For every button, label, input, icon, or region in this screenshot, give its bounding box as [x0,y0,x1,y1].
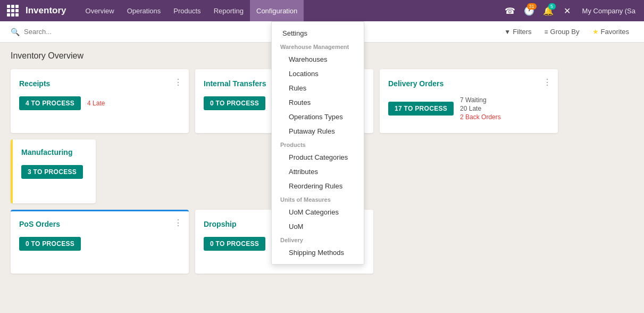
nav-overview[interactable]: Overview [79,0,121,21]
reordering-rules-item[interactable]: Reordering Rules [272,179,364,193]
dropship-process-button[interactable]: 0 TO PROCESS [204,237,265,251]
star-icon: ★ [592,28,599,36]
delivery-late: 20 Late [460,105,501,112]
pos-orders-title: PoS Orders [19,220,180,228]
uom-item[interactable]: UoM [272,219,364,234]
filter-icon: ▼ [504,28,511,36]
putaway-rules-item[interactable]: Putaway Rules [272,124,364,138]
search-icon: 🔍 [11,28,20,36]
internal-transfers-process-button[interactable]: 0 TO PROCESS [204,96,265,110]
nav-configuration[interactable]: Configuration [250,0,304,21]
delivery-back-orders: 2 Back Orders [460,113,501,121]
receipts-late: 4 Late [87,100,105,107]
delivery-section-label: Delivery [272,234,364,245]
receipts-menu[interactable]: ⋮ [174,77,182,87]
delivery-orders-process-button[interactable]: 17 TO PROCESS [388,102,454,116]
bell-button[interactable]: 🔔 5 [540,2,557,19]
filters-button[interactable]: ▼ Filters [500,26,536,38]
rules-item[interactable]: Rules [272,81,364,95]
delivery-orders-stats: 7 Waiting 20 Late 2 Back Orders [460,96,501,121]
manufacturing-card: Manufacturing 3 TO PROCESS [11,139,96,203]
delivery-orders-menu[interactable]: ⋮ [543,77,551,87]
locations-item[interactable]: Locations [272,67,364,81]
nav-menu: Overview Operations Products Reporting C… [79,0,501,21]
routes-item[interactable]: Routes [272,95,364,110]
navbar: Inventory Overview Operations Products R… [0,0,644,21]
favorites-button[interactable]: ★ Favorites [588,26,633,38]
receipts-card: ⋮ Receipts 4 TO PROCESS 4 Late [11,69,189,133]
pos-orders-card: ⋮ PoS Orders 0 TO PROCESS [11,210,189,274]
configuration-dropdown: Settings Warehouse Management Warehouses… [271,21,364,265]
nav-reporting[interactable]: Reporting [207,0,250,21]
phone-icon: ☎ [505,6,515,16]
manufacturing-process-button[interactable]: 3 TO PROCESS [21,165,83,179]
delivery-waiting: 7 Waiting [460,96,501,104]
clock-button[interactable]: 🕐 31 [521,2,538,19]
manufacturing-title: Manufacturing [21,148,87,156]
nav-products[interactable]: Products [167,0,207,21]
settings-item[interactable]: Settings [272,26,364,40]
close-button[interactable]: ✕ [559,2,576,19]
group-by-button[interactable]: ≡ Group By [540,26,584,38]
groupby-icon: ≡ [545,28,548,36]
brand-label: Inventory [26,5,66,16]
bell-badge: 5 [548,3,556,10]
receipts-process-button[interactable]: 4 TO PROCESS [19,96,81,110]
search-input[interactable] [24,26,496,38]
pos-orders-process-button[interactable]: 0 TO PROCESS [19,237,81,251]
products-section-label: Products [272,138,364,150]
clock-badge: 31 [527,3,537,10]
apps-button[interactable] [4,2,21,19]
warehouses-item[interactable]: Warehouses [272,52,364,67]
operations-types-item[interactable]: Operations Types [272,110,364,124]
shipping-methods-item[interactable]: Shipping Methods [272,245,364,260]
product-categories-item[interactable]: Product Categories [272,150,364,164]
receipts-title: Receipts [19,79,180,88]
navbar-right: ☎ 🕐 31 🔔 5 ✕ My Company (Sa [501,2,640,19]
uom-categories-item[interactable]: UoM Categories [272,205,364,219]
apps-grid-icon [7,5,19,17]
warehouse-mgmt-label: Warehouse Management [272,40,364,52]
delivery-orders-title: Delivery Orders [388,79,549,88]
attributes-item[interactable]: Attributes [272,164,364,179]
pos-orders-menu[interactable]: ⋮ [174,218,182,228]
units-measures-label: Units of Measures [272,193,364,205]
company-label: My Company (Sa [578,7,640,15]
nav-operations[interactable]: Operations [121,0,168,21]
phone-button[interactable]: ☎ [501,2,518,19]
delivery-orders-card: ⋮ Delivery Orders 17 TO PROCESS 7 Waitin… [380,69,558,133]
close-icon: ✕ [564,6,571,16]
